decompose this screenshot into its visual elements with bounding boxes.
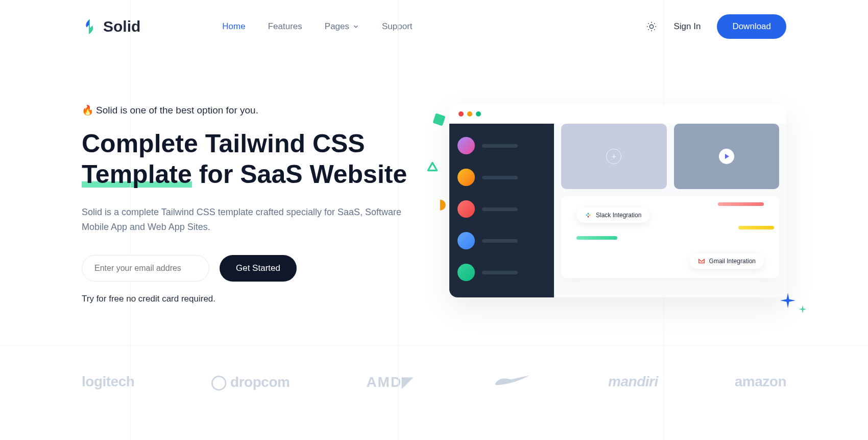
- hero-tagline: 🔥 Solid is one of the best option for yo…: [82, 104, 419, 116]
- brand-amazon: amazon: [735, 374, 786, 390]
- nav-pages[interactable]: Pages: [325, 21, 359, 32]
- svg-line-4: [655, 29, 655, 30]
- svg-rect-12: [588, 216, 589, 218]
- download-button[interactable]: Download: [717, 14, 786, 39]
- chevron-down-icon: [352, 23, 359, 30]
- get-started-button[interactable]: Get Started: [220, 255, 297, 282]
- hero-description: Solid is a complete Tailwind CSS templat…: [82, 205, 408, 235]
- title-highlight: Template: [82, 159, 192, 190]
- app-mockup: + Slack Integration: [449, 104, 786, 297]
- title-rest: for SaaS Website: [192, 160, 407, 189]
- nav-features[interactable]: Features: [268, 21, 302, 32]
- stripe-red: [718, 202, 764, 206]
- add-card: +: [561, 124, 667, 189]
- stripe-green: [576, 236, 617, 240]
- avatar: [457, 232, 475, 249]
- video-card: [674, 124, 780, 189]
- svg-rect-10: [589, 215, 591, 216]
- list-item: [457, 133, 546, 165]
- hero-illustration: ◗ +: [449, 104, 786, 304]
- brand-logitech: logitech: [82, 374, 134, 390]
- deco-curve: ◗: [439, 196, 446, 212]
- text-bar: [482, 239, 518, 243]
- svg-rect-9: [586, 215, 588, 216]
- slack-icon: [585, 212, 592, 219]
- nav-home[interactable]: Home: [222, 21, 245, 32]
- theme-toggle-icon[interactable]: [646, 21, 657, 32]
- email-form: Get Started: [82, 255, 419, 282]
- avatar: [457, 137, 475, 154]
- min-dot: [467, 111, 472, 117]
- gmail-icon: [698, 258, 705, 265]
- avatar: [457, 200, 475, 218]
- title-line1: Complete Tailwind CSS: [82, 129, 365, 158]
- text-bar: [482, 176, 518, 179]
- email-input[interactable]: [82, 255, 209, 282]
- window-controls: [449, 104, 786, 124]
- slack-pill: Slack Integration: [576, 207, 649, 223]
- signin-link[interactable]: Sign In: [673, 21, 701, 32]
- svg-point-0: [650, 25, 654, 28]
- brand-nike: [491, 371, 532, 393]
- deco-star-large: [780, 293, 795, 308]
- integrations-panel: Slack Integration Gmail Integration: [561, 196, 779, 278]
- svg-rect-11: [588, 213, 589, 215]
- gmail-label: Gmail Integration: [709, 258, 756, 265]
- svg-line-7: [648, 29, 649, 30]
- tagline-text: Solid is one of the best option for you.: [96, 105, 258, 116]
- list-item: [457, 228, 546, 260]
- mockup-main: + Slack Integration: [554, 124, 786, 297]
- avatar: [457, 264, 475, 281]
- list-item: [457, 165, 546, 196]
- brand-dropcom: ◯ dropcom: [211, 374, 290, 390]
- list-item: [457, 196, 546, 228]
- slack-label: Slack Integration: [596, 212, 641, 219]
- brand-mandiri: mandiri: [608, 374, 658, 390]
- mockup-sidebar: [449, 124, 554, 297]
- text-bar: [482, 207, 518, 211]
- fire-icon: 🔥: [82, 104, 94, 116]
- deco-triangle: [426, 160, 439, 174]
- deco-star-small: [799, 305, 807, 313]
- deco-square: [432, 113, 445, 126]
- hero-title: Complete Tailwind CSS Template for SaaS …: [82, 128, 419, 190]
- logo[interactable]: Solid: [82, 18, 140, 35]
- max-dot: [476, 111, 481, 117]
- nav-pages-label: Pages: [325, 21, 349, 32]
- plus-icon: +: [606, 149, 621, 164]
- svg-line-8: [655, 23, 655, 24]
- play-icon: [719, 149, 734, 164]
- brand-logos: logitech ◯ dropcom AMD◤ mandiri amazon: [82, 371, 786, 393]
- stripe-yellow: [738, 226, 774, 229]
- gmail-pill: Gmail Integration: [690, 253, 764, 269]
- main-nav: Home Features Pages Support: [222, 21, 412, 32]
- trial-note: Try for free no credit card required.: [82, 294, 419, 304]
- svg-line-3: [648, 23, 649, 24]
- avatar: [457, 169, 475, 186]
- logo-text: Solid: [103, 18, 140, 35]
- text-bar: [482, 144, 518, 148]
- brand-amd: AMD◤: [366, 374, 414, 390]
- close-dot: [459, 111, 464, 117]
- logo-icon: [82, 18, 98, 35]
- nav-support[interactable]: Support: [382, 21, 413, 32]
- text-bar: [482, 271, 518, 274]
- list-item: [457, 260, 546, 291]
